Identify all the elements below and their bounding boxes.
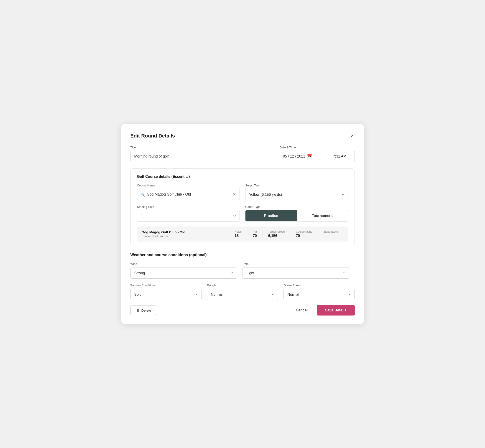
- hole-gametype-row: Starting Hole 1 Game Type Practice Tourn…: [137, 205, 348, 222]
- rough-label: Rough: [207, 284, 278, 287]
- golf-course-section: Golf Course details (Essential) Course N…: [130, 168, 355, 246]
- select-tee-group: Select Tee Yellow (6,156 yards): [245, 184, 348, 200]
- starting-hole-dropdown[interactable]: 1: [137, 210, 240, 222]
- slope-rating-label: Slope rating: [323, 230, 338, 233]
- wind-label: Wind: [130, 262, 237, 266]
- course-info-row: Gog Magog Golf Club - Old, Shelford Bott…: [137, 226, 348, 241]
- course-rating-value: 70: [296, 234, 300, 238]
- course-info-name-block: Gog Magog Golf Club - Old, Shelford Bott…: [142, 230, 229, 238]
- delete-button[interactable]: 🗑 Delete: [130, 305, 157, 315]
- course-tee-row: Course Name 🔍 ✕ Select Tee Yellow (6,156…: [137, 184, 348, 200]
- par-label: Par: [253, 230, 257, 233]
- holes-value: 18: [234, 234, 239, 238]
- game-type-group: Game Type Practice Tournament: [245, 205, 348, 222]
- weather-section-title: Weather and course conditions (optional): [130, 253, 355, 257]
- starting-hole-label: Starting Hole: [137, 205, 240, 208]
- green-speed-label: Green Speed: [283, 284, 355, 287]
- rough-group: Rough Normal Short Long Very Long: [207, 284, 278, 300]
- cancel-button[interactable]: Cancel: [291, 305, 312, 315]
- fairway-dropdown[interactable]: Soft Normal Firm Very Firm: [130, 289, 202, 300]
- golf-course-section-title: Golf Course details (Essential): [137, 175, 348, 179]
- modal-title: Edit Round Details: [130, 133, 175, 139]
- course-name-input[interactable]: [147, 192, 232, 196]
- yards-value: 6,156: [268, 234, 277, 238]
- green-speed-dropdown[interactable]: Normal Slow Fast Very Fast: [283, 289, 355, 300]
- course-name-group: Course Name 🔍 ✕: [137, 184, 240, 200]
- fairway-label: Fairway Conditions: [130, 284, 202, 287]
- rain-label: Rain: [242, 262, 349, 266]
- course-info-name: Gog Magog Golf Club - Old,: [142, 230, 229, 234]
- trash-icon: 🗑: [136, 308, 140, 312]
- rain-dropdown[interactable]: Light None Moderate Heavy: [242, 267, 349, 279]
- green-speed-group: Green Speed Normal Slow Fast Very Fast: [283, 284, 355, 300]
- fairway-group: Fairway Conditions Soft Normal Firm Very…: [130, 284, 202, 300]
- par-value: 70: [253, 234, 257, 238]
- select-tee-label: Select Tee: [245, 184, 348, 187]
- course-name-label: Course Name: [137, 184, 240, 187]
- clear-course-button[interactable]: ✕: [232, 192, 236, 197]
- wind-rain-row: Wind Strong Calm Light Moderate Very Str…: [130, 262, 355, 279]
- delete-label: Delete: [141, 308, 151, 312]
- edit-round-modal: Edit Round Details × Title Date & Time 0…: [121, 124, 364, 324]
- rain-group: Rain Light None Moderate Heavy: [242, 262, 349, 279]
- title-field-group: Title: [130, 146, 274, 162]
- title-label: Title: [130, 146, 274, 149]
- datetime-inputs: 05 / 12 / 2021 📅 7:31 AM: [280, 151, 355, 162]
- footer-right: Cancel Save Details: [291, 305, 355, 315]
- fairway-rough-green-row: Fairway Conditions Soft Normal Firm Very…: [130, 284, 355, 300]
- holes-label: Holes: [234, 230, 242, 233]
- close-button[interactable]: ×: [350, 133, 355, 139]
- course-info-location: Shelford Bottom, UK: [142, 234, 229, 238]
- save-button[interactable]: Save Details: [317, 305, 355, 315]
- course-stat-yards: Yards(Yellow) 6,156: [263, 230, 290, 238]
- time-value: 7:31 AM: [333, 154, 347, 159]
- rough-dropdown[interactable]: Normal Short Long Very Long: [207, 289, 278, 300]
- course-stat-par: Par 70: [247, 230, 263, 238]
- wind-dropdown[interactable]: Strong Calm Light Moderate Very Strong: [130, 267, 237, 279]
- wind-group: Wind Strong Calm Light Moderate Very Str…: [130, 262, 237, 279]
- weather-section: Weather and course conditions (optional)…: [130, 253, 355, 300]
- time-input[interactable]: 7:31 AM: [325, 151, 355, 162]
- datetime-label: Date & Time: [280, 146, 355, 149]
- course-stat-rating: Course rating 70: [290, 230, 318, 238]
- date-value: 05 / 12 / 2021: [283, 154, 305, 159]
- course-rating-label: Course rating: [296, 230, 312, 233]
- modal-header: Edit Round Details ×: [130, 133, 355, 139]
- select-tee-dropdown[interactable]: Yellow (6,156 yards): [245, 189, 348, 200]
- top-row: Title Date & Time 05 / 12 / 2021 📅 7:31 …: [130, 146, 355, 162]
- course-search-wrapper: 🔍 ✕: [137, 189, 240, 200]
- course-stat-holes: Holes 18: [229, 230, 247, 238]
- game-type-toggle: Practice Tournament: [245, 210, 348, 222]
- title-input[interactable]: [130, 151, 274, 162]
- practice-toggle-button[interactable]: Practice: [245, 210, 297, 221]
- tournament-toggle-button[interactable]: Tournament: [297, 210, 348, 221]
- game-type-label: Game Type: [245, 205, 348, 208]
- course-stat-slope: Slope rating -: [318, 230, 343, 238]
- search-icon: 🔍: [140, 192, 145, 197]
- slope-rating-value: -: [323, 234, 324, 238]
- datetime-field-group: Date & Time 05 / 12 / 2021 📅 7:31 AM: [280, 146, 355, 162]
- starting-hole-group: Starting Hole 1: [137, 205, 240, 222]
- yards-label: Yards(Yellow): [268, 230, 285, 233]
- footer-row: 🗑 Delete Cancel Save Details: [130, 305, 355, 315]
- calendar-icon: 📅: [307, 154, 312, 159]
- date-input[interactable]: 05 / 12 / 2021 📅: [280, 151, 325, 162]
